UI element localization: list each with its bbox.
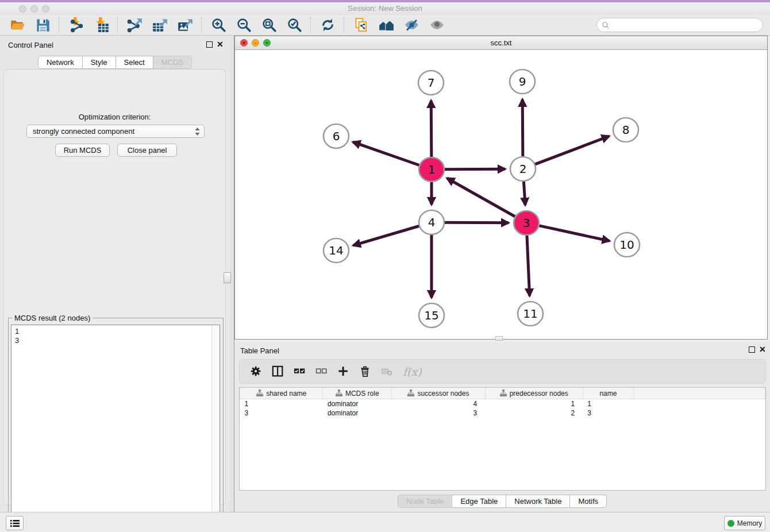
- edge-4-14[interactable]: [353, 226, 419, 245]
- zoom-fit-icon[interactable]: [260, 17, 278, 34]
- graph-node-4[interactable]: 4: [419, 210, 444, 234]
- unselect-all-icon[interactable]: [314, 364, 329, 379]
- table-cell[interactable]: dominator: [323, 399, 392, 409]
- show-columns-icon[interactable]: [271, 364, 286, 379]
- edge-2-8[interactable]: [535, 136, 609, 164]
- hide-selected-icon[interactable]: [403, 17, 420, 34]
- table-cell[interactable]: 2: [485, 408, 583, 418]
- table-cell[interactable]: 3: [240, 408, 323, 418]
- graph-node-8[interactable]: 8: [613, 118, 638, 142]
- import-network-icon[interactable]: [67, 17, 84, 34]
- close-panel-icon[interactable]: ✕: [217, 41, 224, 48]
- graph-node-10[interactable]: 10: [614, 233, 640, 257]
- export-image-icon[interactable]: [176, 17, 194, 34]
- copy-network-icon[interactable]: [352, 17, 369, 34]
- search-box[interactable]: [596, 18, 763, 32]
- search-input[interactable]: [610, 19, 763, 32]
- show-all-icon[interactable]: [428, 17, 445, 34]
- table-toolbar: f(x): [239, 359, 766, 384]
- window-titlebar: Session: New Session: [0, 2, 770, 16]
- open-session-icon[interactable]: [9, 17, 26, 34]
- network-window-titlebar: ✕ − + scc.txt: [235, 36, 767, 50]
- tab-style[interactable]: Style: [83, 56, 116, 69]
- svg-text:3: 3: [523, 216, 530, 230]
- edge-3-1[interactable]: [447, 178, 515, 217]
- vertical-splitter-grip[interactable]: [224, 272, 231, 283]
- zoom-out-icon[interactable]: [235, 17, 252, 34]
- graph-node-14[interactable]: 14: [324, 238, 349, 263]
- column-header-MCDS-role[interactable]: MCDS role: [323, 388, 392, 399]
- mcds-result-title: MCDS result (2 nodes): [12, 314, 93, 322]
- result-scrollbar[interactable]: [211, 325, 220, 532]
- edge-2-9[interactable]: [522, 99, 523, 156]
- home-view-icon[interactable]: [378, 17, 395, 34]
- import-table-icon[interactable]: [93, 17, 110, 34]
- tab-motifs[interactable]: Motifs: [570, 495, 607, 508]
- table-cell[interactable]: 3: [583, 408, 633, 418]
- edge-1-7[interactable]: [431, 101, 432, 157]
- add-row-icon[interactable]: [336, 364, 351, 379]
- svg-text:8: 8: [622, 123, 630, 137]
- edge-2-3[interactable]: [523, 182, 525, 205]
- control-panel-header: Control Panel ✕: [0, 36, 230, 53]
- tab-network-table[interactable]: Network Table: [506, 495, 570, 508]
- table-row[interactable]: 1dominator411: [240, 399, 765, 409]
- graph-node-15[interactable]: 15: [419, 303, 444, 327]
- graph-node-6[interactable]: 6: [324, 124, 349, 148]
- tab-select[interactable]: Select: [116, 56, 153, 69]
- export-table-icon[interactable]: [151, 17, 168, 34]
- column-header-shared-name[interactable]: shared name: [240, 388, 323, 399]
- zoom-selected-icon[interactable]: [286, 17, 303, 34]
- dropdown-stepper-icon: [194, 127, 201, 136]
- table-cell[interactable]: 1: [240, 399, 323, 409]
- zoom-in-icon[interactable]: [210, 17, 227, 34]
- float-panel-icon[interactable]: [206, 41, 213, 48]
- svg-text:15: 15: [424, 309, 438, 322]
- table-cell[interactable]: 1: [485, 399, 583, 409]
- optimization-dropdown[interactable]: strongly connected component: [26, 125, 205, 138]
- edge-3-11[interactable]: [527, 236, 530, 296]
- network-canvas[interactable]: 7968124314101511: [235, 50, 767, 338]
- memory-button[interactable]: Memory: [724, 516, 765, 530]
- select-all-icon[interactable]: [292, 364, 307, 379]
- float-table-panel-icon[interactable]: [749, 346, 755, 353]
- delete-row-icon[interactable]: [358, 364, 373, 379]
- tab-mcds[interactable]: MCDS: [153, 56, 192, 69]
- tab-node-table[interactable]: Node Table: [398, 495, 453, 508]
- table-cell[interactable]: 4: [392, 399, 486, 409]
- task-history-button[interactable]: [6, 516, 24, 530]
- refresh-icon[interactable]: [319, 17, 336, 34]
- graph-node-9[interactable]: 9: [510, 70, 535, 94]
- graph-node-2[interactable]: 2: [510, 157, 536, 181]
- column-header-predecessor-nodes[interactable]: predecessor nodes: [485, 388, 583, 399]
- edge-3-10[interactable]: [538, 226, 609, 241]
- table-settings-icon[interactable]: [249, 364, 264, 379]
- graph-node-1[interactable]: 1: [419, 157, 444, 182]
- run-mcds-button[interactable]: Run MCDS: [55, 144, 110, 157]
- edge-4-3[interactable]: [444, 222, 509, 223]
- column-header-name[interactable]: name: [583, 388, 633, 399]
- save-session-icon[interactable]: [34, 17, 51, 34]
- tab-network[interactable]: Network: [38, 56, 83, 69]
- graph-node-7[interactable]: 7: [418, 71, 444, 95]
- session-title: Session: New Session: [0, 4, 770, 13]
- dropdown-value: strongly connected component: [33, 127, 194, 136]
- tab-edge-table[interactable]: Edge Table: [452, 495, 506, 508]
- table-cell[interactable]: dominator: [323, 408, 392, 418]
- close-panel-button[interactable]: Close panel: [117, 144, 177, 157]
- function-builder-icon: f(x): [403, 365, 422, 378]
- table-cell[interactable]: 1: [583, 399, 633, 409]
- graph-node-3[interactable]: 3: [514, 211, 539, 235]
- horizontal-splitter-grip[interactable]: [495, 336, 503, 341]
- export-network-icon[interactable]: [126, 17, 143, 34]
- graph-node-11[interactable]: 11: [518, 302, 543, 326]
- table-row[interactable]: 3dominator323: [240, 408, 765, 418]
- table-cell[interactable]: 3: [392, 408, 486, 418]
- delete-table-icon: [380, 364, 395, 379]
- column-header-successor-nodes[interactable]: successor nodes: [392, 388, 486, 399]
- close-table-panel-icon[interactable]: ✕: [759, 346, 766, 353]
- edge-1-2[interactable]: [444, 169, 505, 169]
- table-panel: Table Panel ✕ f(x) shared nameMCDS roles…: [234, 342, 770, 512]
- edge-1-6[interactable]: [353, 142, 419, 165]
- mcds-result-list[interactable]: 13: [11, 325, 220, 532]
